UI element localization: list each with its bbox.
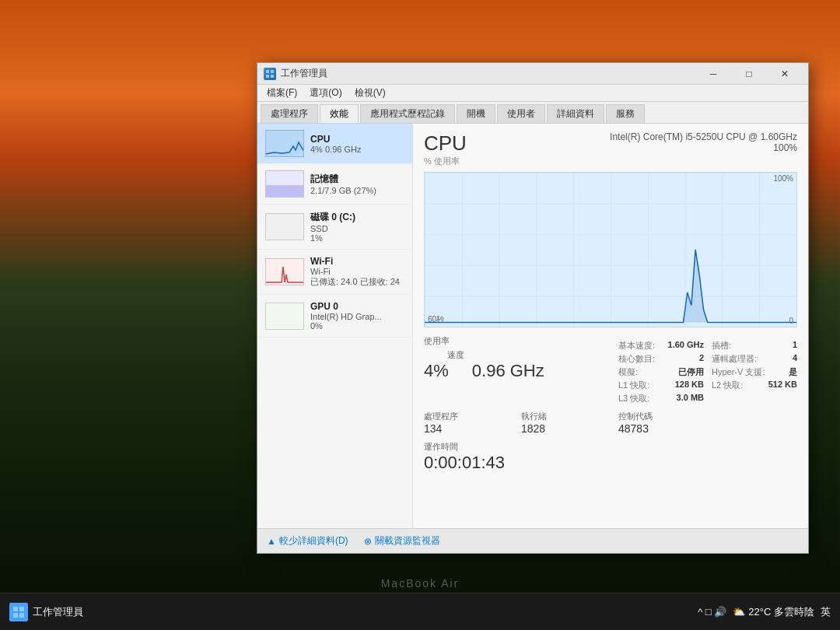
l1-val: 128 KB xyxy=(675,380,704,391)
base-speed-val: 1.60 GHz xyxy=(668,340,704,352)
svg-rect-11 xyxy=(266,329,304,330)
cpu-label: CPU xyxy=(310,134,404,145)
menu-options[interactable]: 選項(O) xyxy=(303,85,348,102)
threads-label: 執行緒 xyxy=(521,411,603,422)
menu-file[interactable]: 檔案(F) xyxy=(261,85,303,102)
close-button[interactable]: ✕ xyxy=(768,63,802,85)
svg-rect-10 xyxy=(266,303,304,330)
window-controls: ─ □ ✕ xyxy=(696,63,802,85)
info-cores: 核心數目: 2 xyxy=(618,353,704,365)
disk-sidebar-info: 磁碟 0 (C:) SSD 1% xyxy=(310,211,404,243)
l1-key: L1 快取: xyxy=(618,380,649,391)
sidebar-item-wifi[interactable]: Wi-Fi Wi-Fi 已傳送: 24.0 已接收: 24 xyxy=(257,250,412,295)
graph-time-label: 60秒 xyxy=(428,314,444,325)
cpu-mini-graph xyxy=(265,130,304,157)
tab-services[interactable]: 服務 xyxy=(606,104,645,123)
info-hyperv: Hyper-V 支援: 是 xyxy=(712,366,797,378)
graph-zero-label: 0 xyxy=(789,317,793,325)
svg-rect-15 xyxy=(19,607,24,611)
sidebar-item-memory[interactable]: 記憶體 2.1/7.9 GB (27%) xyxy=(257,164,412,205)
macbook-label: MacBook Air xyxy=(381,577,460,590)
base-speed-key: 基本速度: xyxy=(618,340,655,352)
minimize-button[interactable]: ─ xyxy=(696,63,730,85)
taskbar-app[interactable]: 工作管理員 xyxy=(0,593,93,630)
weather-info: ⛅ 22°C 多雲時陰 xyxy=(733,605,814,619)
less-detail-link[interactable]: ▲ 較少詳細資料(D) xyxy=(267,534,348,548)
svg-rect-17 xyxy=(19,613,24,618)
cpu-detail-panel: CPU % 使用率 Intel(R) Core(TM) i5-5250U CPU… xyxy=(413,124,808,528)
task-manager-window: 工作管理員 ─ □ ✕ 檔案(F) 選項(O) 檢視(V) 處理程序 效能 應用… xyxy=(257,62,809,554)
sidebar-item-cpu[interactable]: CPU 4% 0.96 GHz xyxy=(257,124,412,164)
tab-users[interactable]: 使用者 xyxy=(497,104,545,123)
l3-val: 3.0 MB xyxy=(677,393,704,404)
stat-processes: 處理程序 134 xyxy=(424,411,506,435)
disk-label: 磁碟 0 (C:) xyxy=(310,211,404,224)
svg-rect-1 xyxy=(271,70,274,73)
cpu-detail: 4% 0.96 GHz xyxy=(310,145,404,154)
virt-key: 模擬: xyxy=(618,366,638,378)
info-base-speed: 基本速度: 1.60 GHz xyxy=(618,340,704,352)
virt-val: 已停用 xyxy=(678,366,704,378)
gpu-detail1: Intel(R) HD Grap... xyxy=(310,312,404,321)
l2-key: L2 快取: xyxy=(712,380,743,391)
tab-app-history[interactable]: 應用程式歷程記錄 xyxy=(360,104,455,123)
info-l3: L3 快取: 3.0 MB xyxy=(618,393,704,404)
sidebar-item-gpu[interactable]: GPU 0 Intel(R) HD Grap... 0% xyxy=(257,295,412,338)
tab-startup[interactable]: 開機 xyxy=(457,104,495,123)
cores-val: 2 xyxy=(699,353,704,365)
info-l2: L2 快取: 512 KB xyxy=(712,380,797,391)
weather-text: 22°C 多雲時陰 xyxy=(748,605,814,619)
svg-rect-16 xyxy=(13,613,18,618)
system-tray-icons: ^ □ 🔊 xyxy=(698,606,726,618)
info-l1: L1 快取: 128 KB xyxy=(618,380,704,391)
svg-rect-2 xyxy=(266,75,269,78)
handles-value: 48783 xyxy=(618,422,700,435)
cpu-graph-svg xyxy=(425,173,796,327)
weather-icon: ⛅ xyxy=(733,606,745,618)
stat-threads: 執行緒 1828 xyxy=(521,411,603,435)
svg-rect-8 xyxy=(266,240,304,240)
maximize-button[interactable]: □ xyxy=(732,63,766,85)
tab-performance[interactable]: 效能 xyxy=(320,104,359,123)
chevron-up-icon: ▲ xyxy=(267,536,276,547)
sidebar: CPU 4% 0.96 GHz 記憶體 2.1/7.9 GB (27%) xyxy=(257,124,413,528)
processes-label: 處理程序 xyxy=(424,411,506,422)
logical-key: 邏輯處理器: xyxy=(712,353,757,365)
sockets-val: 1 xyxy=(793,340,797,352)
info-grid: 基本速度: 1.60 GHz 插槽: 1 核心數目: 2 邏輯處理器: xyxy=(618,340,797,404)
menu-view[interactable]: 檢視(V) xyxy=(348,85,392,102)
speed-stat-label: 速度 xyxy=(447,350,464,359)
open-monitor-link[interactable]: ⊗ 關載資源監視器 xyxy=(364,534,440,548)
gpu-mini-graph xyxy=(265,303,304,330)
svg-rect-13 xyxy=(425,173,796,327)
tab-processes[interactable]: 處理程序 xyxy=(261,104,318,123)
uptime-label: 運作時間 xyxy=(424,441,797,453)
gpu-sidebar-info: GPU 0 Intel(R) HD Grap... 0% xyxy=(310,301,404,331)
speed-stat-value: 0.96 GHz xyxy=(472,361,544,381)
svg-rect-6 xyxy=(266,185,304,198)
wifi-label: Wi-Fi xyxy=(310,256,404,267)
tab-details[interactable]: 詳細資料 xyxy=(547,104,604,123)
cores-key: 核心數目: xyxy=(618,353,655,365)
uptime-value: 0:00:01:43 xyxy=(424,453,797,473)
taskbar: 工作管理員 ^ □ 🔊 ⛅ 22°C 多雲時陰 英 xyxy=(0,593,840,630)
mem-label: 記憶體 xyxy=(310,173,404,186)
title-bar-left: 工作管理員 xyxy=(264,67,327,80)
mem-sidebar-info: 記憶體 2.1/7.9 GB (27%) xyxy=(310,173,404,195)
tab-bar: 處理程序 效能 應用程式歷程記錄 開機 使用者 詳細資料 服務 xyxy=(257,102,808,124)
mem-mini-graph xyxy=(265,170,304,198)
cpu-graph-container: 100% 60秒 0 xyxy=(424,172,797,327)
info-sockets: 插槽: 1 xyxy=(712,340,797,352)
info-virtualization: 模擬: 已停用 xyxy=(618,366,704,378)
max-label: 100% xyxy=(610,142,797,153)
l2-val: 512 KB xyxy=(768,380,797,391)
wifi-mini-graph xyxy=(265,258,304,285)
usage-stat-label: 使用率 xyxy=(424,335,603,347)
panel-header: CPU % 使用率 Intel(R) Core(TM) i5-5250U CPU… xyxy=(424,131,797,167)
less-detail-label: 較少詳細資料(D) xyxy=(279,534,348,548)
sidebar-item-disk[interactable]: 磁碟 0 (C:) SSD 1% xyxy=(257,205,412,250)
cpu-sidebar-info: CPU 4% 0.96 GHz xyxy=(310,134,404,154)
info-logical: 邏輯處理器: 4 xyxy=(712,353,797,365)
disk-mini-graph xyxy=(265,213,304,240)
usage-label: % 使用率 xyxy=(424,156,467,167)
